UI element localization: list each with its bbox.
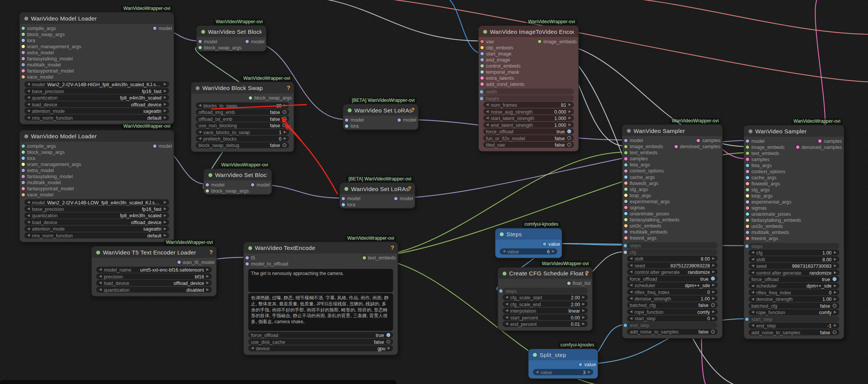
collapse-toggle-icon[interactable] [248,246,252,250]
input-port-experimental_args[interactable] [624,199,628,203]
widget-rms_norm_function[interactable]: ◀rms_norm_functiondefault▶ [24,115,169,121]
node-ml2[interactable]: WanVideoWrapper-oviWanVideo Model Loader… [19,130,174,242]
widget-force_offload[interactable]: force_offloadtrue [627,275,718,281]
input-port-uni3c_embeds[interactable] [746,224,749,228]
widget-denoise_strength[interactable]: ◀denoise_strength1.00▶ [748,296,839,302]
node-header[interactable]: WanVideo Sampler [744,126,844,137]
increment-arrow-icon[interactable]: ▶ [552,250,555,253]
node-graph-canvas[interactable]: WanVideoWrapper-oviWanVideo Model Loader… [0,0,868,384]
collapse-toggle-icon[interactable] [208,173,212,177]
decrement-arrow-icon[interactable]: ◀ [27,116,30,119]
help-icon[interactable]: ? [287,84,290,90]
decrement-arrow-icon[interactable]: ◀ [27,220,30,224]
decrement-arrow-icon[interactable]: ◀ [27,103,30,106]
input-port-experimental_args[interactable] [746,200,749,204]
decrement-arrow-icon[interactable]: ◀ [27,214,30,217]
output-port-denoised_samples[interactable] [674,145,678,148]
input-port-start_image[interactable] [480,52,484,55]
toggle-icon[interactable] [386,340,390,344]
widget-model[interactable]: ◀modelWan2_2-I2V-A14B-HIGH_fp8_e4m3fn_sc… [24,81,169,87]
toggle-icon[interactable] [711,330,715,334]
node-cfglist[interactable]: WanVideoWrapper-oviCreate CFG Schedule F… [498,267,593,331]
decrement-arrow-icon[interactable]: ◀ [27,96,30,100]
input-port-model[interactable] [624,139,628,142]
toggle-icon[interactable] [567,130,571,134]
increment-arrow-icon[interactable]: ▶ [569,116,571,120]
widget-quantization[interactable]: ◀quantizationfp8_e4m3fn_scaled▶ [24,212,169,218]
decrement-arrow-icon[interactable]: ◀ [630,290,632,294]
widget-block_swap_debug[interactable]: block_swap_debugfalse [196,142,289,148]
collapse-toggle-icon[interactable] [96,250,100,254]
widget-shift[interactable]: ◀shift8.00▶ [627,256,718,262]
widget-end_latent_strength[interactable]: ◀end_latent_strength1.000▶ [483,122,574,128]
decrement-arrow-icon[interactable]: ◀ [630,317,632,320]
decrement-arrow-icon[interactable]: ◀ [503,250,505,253]
help-icon[interactable]: ? [391,244,394,250]
input-port-freeinit_args[interactable] [746,237,749,240]
decrement-arrow-icon[interactable]: ◀ [630,310,632,313]
input-port-text_embeds[interactable] [746,151,749,155]
collapse-toggle-icon[interactable] [24,134,28,138]
widget-rope_function[interactable]: ◀rope_functioncomfy▶ [748,309,839,315]
decrement-arrow-icon[interactable]: ◀ [751,264,754,267]
decrement-arrow-icon[interactable]: ◀ [99,268,102,272]
increment-arrow-icon[interactable]: ▶ [164,227,166,231]
increment-arrow-icon[interactable]: ▶ [834,251,836,254]
widget-use_disk_cache[interactable]: use_disk_cachefalse [248,338,393,344]
widget-rms_norm_function[interactable]: ◀rms_norm_functiondefault▶ [24,232,169,239]
output-port-block_swap_args[interactable] [249,96,252,100]
input-port-vace_model[interactable] [22,193,25,196]
toggle-icon[interactable] [832,303,836,308]
decrement-arrow-icon[interactable]: ◀ [486,103,488,106]
decrement-arrow-icon[interactable]: ◀ [486,123,488,126]
decrement-arrow-icon[interactable]: ◀ [751,311,754,314]
increment-arrow-icon[interactable]: ▶ [164,214,166,217]
input-port-clip_embeds[interactable] [480,46,484,49]
collapse-toggle-icon[interactable] [196,86,200,90]
widget-cfg_scale_start[interactable]: ◀cfg_scale_start2.00▶ [503,294,588,300]
toggle-icon[interactable] [832,277,836,281]
input-port-feta_args[interactable] [746,163,749,167]
input-port-fantasytalking_embeds[interactable] [624,218,628,221]
output-port-text_embeds[interactable] [362,256,366,259]
input-port-control_embeds[interactable] [480,64,484,67]
node-sb2[interactable]: WanVideoWrapper-oviWanVideo Set Block...… [203,169,272,194]
widget-fun_or_fl2v_model[interactable]: fun_or_fl2v_modelfalse [483,135,574,141]
toggle-icon[interactable] [567,136,571,140]
increment-arrow-icon[interactable]: ▶ [588,370,591,374]
decrement-arrow-icon[interactable]: ◀ [27,201,30,204]
input-port-t5[interactable] [246,256,249,259]
input-port-fantasyportrait_model[interactable] [22,69,25,72]
node-header[interactable]: WanVideo Set Block... [197,26,266,37]
increment-arrow-icon[interactable]: ▶ [712,264,715,267]
toggle-icon[interactable] [282,123,287,127]
input-port-flowedit_args[interactable] [624,181,628,185]
decrement-arrow-icon[interactable]: ◀ [99,288,102,291]
input-port-end_step[interactable] [624,323,627,327]
input-port-model[interactable] [345,118,348,122]
input-port-sigmas[interactable] [746,206,749,210]
input-port-block_swap_args[interactable] [206,189,209,192]
decrement-arrow-icon[interactable]: ◀ [27,83,30,86]
input-port-lora[interactable] [342,203,345,206]
decrement-arrow-icon[interactable]: ◀ [630,283,632,287]
node-header[interactable]: WanVideo Set LoRAs? [343,104,418,115]
node-header[interactable]: WanVideo Block Swap? [191,82,293,93]
widget-start_step[interactable]: start_step [748,316,839,322]
increment-arrow-icon[interactable]: ▶ [834,258,836,261]
decrement-arrow-icon[interactable]: ◀ [27,207,30,210]
toggle-icon[interactable] [567,142,571,147]
increment-arrow-icon[interactable]: ▶ [582,322,585,326]
decrement-arrow-icon[interactable]: ◀ [27,89,30,93]
input-port-unianimate_poses[interactable] [624,212,628,215]
decrement-arrow-icon[interactable]: ◀ [751,297,754,301]
output-port-model[interactable] [397,118,401,122]
input-port-lora[interactable] [345,124,348,128]
widget-scheduler[interactable]: ◀schedulerdpm++_sde▶ [627,282,718,288]
collapse-toggle-icon[interactable] [24,16,28,20]
collapse-toggle-icon[interactable] [483,30,487,33]
input-port-flowedit_args[interactable] [746,182,749,185]
input-port-model[interactable] [342,197,345,200]
increment-arrow-icon[interactable]: ▶ [284,104,287,107]
node-steps[interactable]: comfyui-kjnodesStepsvalue◀value6▶ [495,228,562,258]
